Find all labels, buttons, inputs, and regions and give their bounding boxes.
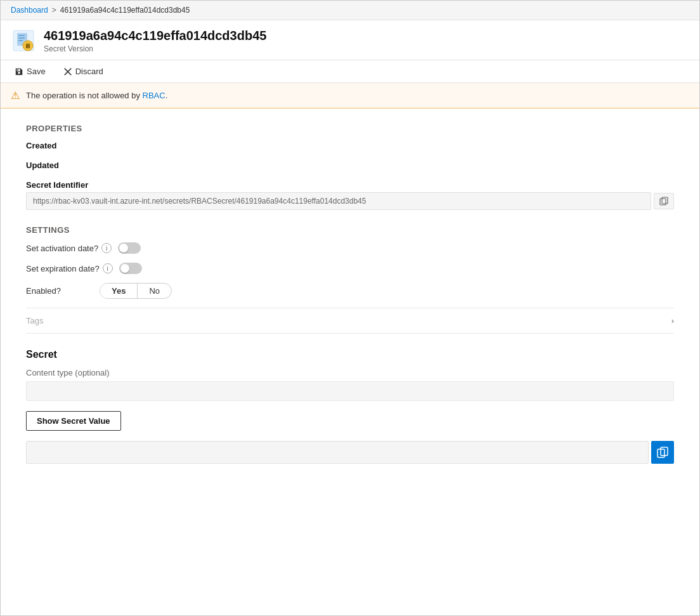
svg-rect-4	[18, 40, 23, 41]
identifier-copy-button[interactable]	[654, 193, 674, 209]
activation-toggle-knob	[119, 244, 128, 252]
tags-arrow-icon: ›	[671, 316, 674, 325]
identifier-field: https://rbac-kv03.vault-int.azure-int.ne…	[26, 192, 651, 210]
warning-text: The operation is not allowed by RBAC.	[26, 91, 167, 100]
activation-date-label: Set activation date? i	[26, 243, 112, 253]
tags-row[interactable]: Tags ›	[26, 308, 674, 334]
breadcrumb-dashboard-link[interactable]: Dashboard	[11, 6, 48, 15]
page-subtitle: Secret Version	[44, 44, 266, 53]
rbac-link[interactable]: RBAC	[143, 91, 165, 100]
activation-info-icon: i	[101, 243, 112, 253]
settings-section: Settings Set activation date? i Set expi…	[26, 225, 674, 334]
tags-label: Tags	[26, 316, 43, 325]
expiration-date-row: Set expiration date? i	[26, 263, 674, 274]
copy-icon	[659, 197, 668, 206]
toolbar: Save Discard	[1, 60, 699, 83]
expiration-info-icon: i	[103, 263, 113, 273]
secret-copy-button[interactable]	[651, 441, 674, 464]
content-type-label: Content type (optional)	[26, 368, 674, 377]
page-header: 461919a6a94c4c119effa014dcd3db45 Secret …	[1, 20, 699, 60]
svg-rect-2	[18, 35, 25, 36]
activation-date-row: Set activation date? i	[26, 242, 674, 254]
copy-large-icon	[657, 447, 668, 458]
discard-icon	[63, 67, 72, 76]
expiration-date-label: Set expiration date? i	[26, 263, 113, 273]
warning-icon: ⚠	[11, 89, 20, 102]
discard-button[interactable]: Discard	[60, 64, 107, 79]
content-type-field[interactable]	[26, 381, 674, 401]
identifier-label: Secret Identifier	[26, 180, 674, 190]
settings-section-title: Settings	[26, 225, 674, 235]
svg-rect-7	[28, 46, 29, 48]
secret-value-field	[26, 441, 649, 464]
page-container: Dashboard > 461919a6a94c4c119effa014dcd3…	[0, 0, 700, 616]
breadcrumb-current: 461919a6a94c4c119effa014dcd3db45	[60, 6, 190, 15]
breadcrumb: Dashboard > 461919a6a94c4c119effa014dcd3…	[1, 1, 699, 20]
secret-version-icon	[11, 28, 36, 53]
save-icon	[15, 67, 23, 76]
expiration-date-toggle[interactable]	[119, 263, 142, 274]
created-row: Created	[26, 141, 674, 150]
no-button[interactable]: No	[138, 284, 171, 298]
updated-row: Updated	[26, 161, 674, 170]
enabled-row: Enabled? Yes No	[26, 283, 674, 299]
properties-section-title: Properties	[26, 124, 674, 133]
save-button[interactable]: Save	[11, 64, 49, 79]
activation-date-text: Set activation date?	[26, 244, 98, 253]
warning-banner: ⚠ The operation is not allowed by RBAC.	[1, 83, 699, 108]
yes-no-toggle: Yes No	[100, 283, 172, 299]
yes-button[interactable]: Yes	[100, 284, 138, 298]
save-label: Save	[27, 67, 46, 76]
svg-rect-3	[18, 37, 25, 39]
properties-section: Properties Created Updated Secret Identi…	[26, 124, 674, 210]
page-title: 461919a6a94c4c119effa014dcd3db45	[44, 28, 266, 43]
breadcrumb-separator: >	[52, 6, 56, 15]
activation-date-toggle[interactable]	[118, 242, 141, 254]
show-secret-value-button[interactable]: Show Secret Value	[26, 411, 121, 431]
expiration-date-text: Set expiration date?	[26, 264, 100, 273]
secret-value-area	[26, 441, 674, 464]
secret-section-title: Secret	[26, 349, 674, 360]
expiration-toggle-knob	[120, 264, 129, 273]
identifier-field-container: https://rbac-kv03.vault-int.azure-int.ne…	[26, 192, 674, 210]
main-content: Properties Created Updated Secret Identi…	[1, 108, 699, 615]
secret-section: Secret Content type (optional) Show Secr…	[26, 349, 674, 464]
identifier-row: Secret Identifier https://rbac-kv03.vaul…	[26, 180, 674, 210]
updated-label: Updated	[26, 161, 674, 170]
created-label: Created	[26, 141, 674, 150]
discard-label: Discard	[75, 67, 103, 76]
page-title-section: 461919a6a94c4c119effa014dcd3db45 Secret …	[44, 28, 266, 53]
enabled-label: Enabled?	[26, 286, 89, 296]
